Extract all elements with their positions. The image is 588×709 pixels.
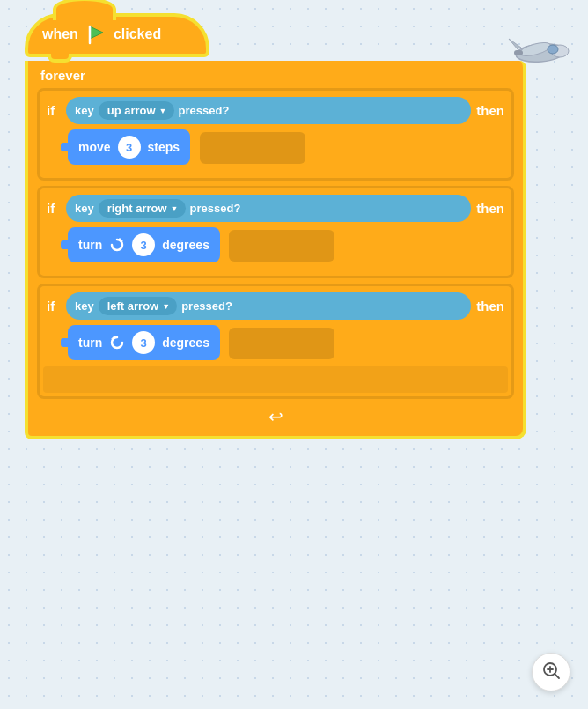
when-clicked-block[interactable]: when clicked xyxy=(25,13,209,57)
if-block-2: if key right arrow ▼ pressed? then t xyxy=(37,186,514,278)
then-label-1: then xyxy=(476,103,504,118)
svg-point-8 xyxy=(548,45,558,54)
if-block-3: if key left arrow ▼ pressed? then tu xyxy=(37,284,514,399)
move-value-1[interactable]: 3 xyxy=(118,136,141,159)
script-area: when clicked forever if xyxy=(25,13,526,439)
key-pressed-condition-3[interactable]: key left arrow ▼ pressed? xyxy=(66,292,471,320)
if-row-1: if key up arrow ▼ pressed? then xyxy=(43,94,508,127)
if-label-3: if xyxy=(47,299,61,314)
key-text-3: key xyxy=(75,299,94,313)
sprite-svg xyxy=(502,25,572,82)
key-dropdown-2[interactable]: right arrow ▼ xyxy=(99,199,186,218)
forever-block: forever if key up arrow ▼ pressed? t xyxy=(25,61,526,439)
sprite-preview xyxy=(502,25,572,85)
if-label-2: if xyxy=(47,201,61,216)
empty-slot-3 xyxy=(229,328,334,359)
svg-rect-7 xyxy=(514,50,523,55)
action-row-1: move 3 steps xyxy=(43,127,508,167)
then-label-3: then xyxy=(476,299,504,314)
empty-slot-1 xyxy=(200,132,305,164)
svg-marker-2 xyxy=(117,238,123,241)
if-label-1: if xyxy=(47,103,61,118)
turn-label-2: turn xyxy=(78,238,102,252)
when-label: when xyxy=(42,26,78,42)
turn-value-2[interactable]: 3 xyxy=(132,233,155,256)
action-row-2: turn 3 degrees xyxy=(43,225,508,265)
if-block-1-bottom xyxy=(43,167,508,174)
clicked-label: clicked xyxy=(114,26,161,42)
svg-marker-0 xyxy=(90,26,103,39)
svg-line-10 xyxy=(555,674,559,678)
key-value-3: left arrow xyxy=(107,299,159,313)
key-dropdown-3[interactable]: left arrow ▼ xyxy=(99,297,177,315)
key-pressed-condition-2[interactable]: key right arrow ▼ pressed? xyxy=(66,195,471,222)
move-block-1[interactable]: move 3 steps xyxy=(68,129,190,165)
dropdown-arrow-2: ▼ xyxy=(171,204,179,213)
turn-left-icon xyxy=(109,335,125,351)
zoom-button[interactable] xyxy=(532,653,570,691)
if-block-3-inner-bottom xyxy=(43,366,508,393)
action-row-3: turn 3 degrees xyxy=(43,322,508,363)
svg-marker-3 xyxy=(111,336,117,339)
if-row-3: if key left arrow ▼ pressed? then xyxy=(43,290,508,322)
pressed-label-3: pressed? xyxy=(181,299,232,313)
green-flag-icon xyxy=(85,24,107,45)
zoom-icon xyxy=(541,661,561,684)
then-label-2: then xyxy=(476,201,504,216)
repeat-arrow-row: ↩ xyxy=(37,403,514,429)
turn-label-3: turn xyxy=(78,336,102,350)
move-suffix-1: steps xyxy=(148,140,180,154)
turn-value-3[interactable]: 3 xyxy=(132,331,155,354)
empty-slot-2 xyxy=(229,230,334,262)
pressed-label-2: pressed? xyxy=(190,202,241,215)
dropdown-arrow-1: ▼ xyxy=(159,107,167,115)
turn-left-block[interactable]: turn 3 degrees xyxy=(68,325,220,360)
if-row-2: if key right arrow ▼ pressed? then xyxy=(43,192,508,225)
key-value-1: up arrow xyxy=(107,104,156,117)
key-text-1: key xyxy=(75,104,94,117)
key-value-2: right arrow xyxy=(107,202,167,215)
repeat-icon: ↩ xyxy=(268,407,283,426)
turn-right-icon xyxy=(109,237,125,253)
turn-right-block[interactable]: turn 3 degrees xyxy=(68,227,220,262)
turn-suffix-3: degrees xyxy=(162,336,209,350)
key-text-2: key xyxy=(75,202,94,215)
key-pressed-condition-1[interactable]: key up arrow ▼ pressed? xyxy=(66,97,471,124)
key-dropdown-1[interactable]: up arrow ▼ xyxy=(99,101,174,120)
dropdown-arrow-3: ▼ xyxy=(162,302,170,311)
if-block-1: if key up arrow ▼ pressed? then xyxy=(37,88,514,181)
turn-suffix-2: degrees xyxy=(162,238,209,252)
if-block-2-bottom xyxy=(43,265,508,272)
move-label-1: move xyxy=(78,140,111,154)
pressed-label-1: pressed? xyxy=(179,104,230,117)
forever-label: forever xyxy=(37,66,514,88)
